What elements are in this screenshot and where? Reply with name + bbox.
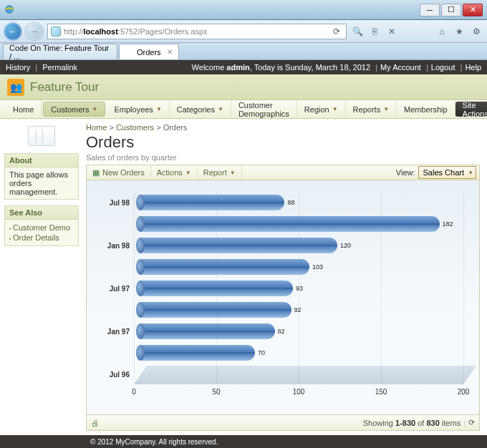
nav-tab-home[interactable]: Home — [6, 100, 42, 118]
actions-label: Actions — [157, 168, 183, 177]
site-actions-label: Site Actions — [463, 101, 487, 118]
x-tick-label: 200 — [458, 388, 470, 396]
actions-button[interactable]: Actions▼ — [151, 165, 198, 180]
about-panel: About This page allows orders management… — [4, 153, 79, 200]
nav-tab-label: Reports — [353, 105, 381, 114]
app-topbar: History | Permalink Welcome admin, Today… — [0, 60, 487, 74]
nav-tab-reports[interactable]: Reports▼ — [346, 100, 397, 118]
brand-logo: 👥 — [7, 79, 24, 96]
print-icon[interactable]: 🖨 — [91, 419, 99, 427]
browser-tab[interactable]: Orders ✕ — [119, 44, 179, 59]
x-gridline — [463, 190, 464, 384]
nav-tab-categories[interactable]: Categories▼ — [170, 100, 231, 118]
refresh-grid-icon[interactable]: ⟳ — [468, 418, 475, 427]
sidebar: About This page allows orders management… — [0, 119, 83, 435]
url-rest: :5752/Pages/Orders.aspx — [118, 27, 208, 36]
nav-tab-label: Membership — [404, 105, 448, 114]
tools-icon[interactable]: ⚙ — [470, 25, 483, 38]
nav-tab-label: Region — [304, 105, 329, 114]
browser-titlebar: ─ ☐ ✕ — [0, 0, 487, 20]
bar-value-label: 82 — [278, 328, 285, 335]
seealso-panel: See Also Customer DemoOrder Details — [4, 205, 79, 246]
history-link[interactable]: History — [6, 63, 30, 72]
browser-toolbar: ← → http://localhost:5752/Pages/Orders.a… — [0, 20, 487, 43]
chart-bar: 182 — [140, 216, 440, 232]
logout-link[interactable]: Logout — [431, 63, 455, 72]
tab-close[interactable]: ✕ — [167, 48, 173, 56]
url-host: localhost — [84, 27, 118, 36]
page-subtitle: Sales of orders by quarter — [86, 153, 480, 162]
new-orders-button[interactable]: ▦ New Orders — [87, 165, 151, 180]
search-icon[interactable]: 🔍 — [351, 25, 364, 38]
url-protocol: http:// — [64, 27, 84, 36]
back-button[interactable]: ← — [4, 23, 21, 40]
page-icon — [28, 126, 55, 146]
footer-bar: © 2012 MyCompany. All rights reserved. — [0, 435, 487, 448]
cross-icon[interactable]: ✕ — [385, 25, 398, 38]
page-title: Orders — [86, 133, 480, 152]
add-icon: ▦ — [92, 168, 100, 177]
y-tick-label: Jul 97 — [110, 285, 130, 293]
seealso-link[interactable]: Order Details — [9, 233, 74, 243]
nav-tab-label: Home — [13, 105, 34, 114]
brand-title: Feature Tour — [30, 80, 99, 94]
chart-bar: 70 — [140, 345, 255, 361]
favorites-icon[interactable]: ★ — [453, 25, 466, 38]
nav-tab-label: Customer Demographics — [238, 101, 289, 118]
nav-tabs: HomeCustomers▼Employees▼Categories▼Custo… — [0, 100, 487, 119]
window-minimize[interactable]: ─ — [420, 4, 440, 16]
address-bar[interactable]: http://localhost:5752/Pages/Orders.aspx … — [47, 24, 347, 39]
view-select-value: Sales Chart — [423, 168, 464, 177]
help-link[interactable]: Help — [465, 63, 481, 72]
nav-tab-membership[interactable]: Membership — [397, 100, 455, 118]
breadcrumb-current: Orders — [163, 123, 188, 132]
nav-tab-customer-demographics[interactable]: Customer Demographics — [231, 100, 297, 118]
forward-button[interactable]: → — [26, 23, 43, 40]
copyright: © 2012 MyCompany. All rights reserved. — [90, 438, 218, 446]
grid-toolbar: ▦ New Orders Actions▼ Report▼ View: Sale… — [86, 165, 480, 180]
chevron-down-icon: ▼ — [156, 106, 162, 112]
browser-tab[interactable]: Code On Time: Feature Tour / ... — [3, 44, 117, 59]
showing-text: Showing 1-830 of 830 items — [363, 419, 461, 427]
bar-value-label: 120 — [340, 242, 351, 249]
welcome-text: Welcome admin, Today is Sunday, March 18… — [192, 63, 481, 72]
bar-value-label: 70 — [258, 349, 265, 356]
seealso-link[interactable]: Customer Demo — [9, 223, 74, 233]
window-maximize[interactable]: ☐ — [441, 4, 461, 16]
x-tick-label: 0 — [132, 388, 136, 396]
breadcrumb: Home > Customers > Orders — [86, 123, 480, 132]
nav-tab-region[interactable]: Region▼ — [297, 100, 346, 118]
breadcrumb-home[interactable]: Home — [86, 123, 107, 132]
y-tick-label: Jul 98 — [110, 199, 130, 207]
new-orders-label: New Orders — [102, 168, 145, 177]
report-button[interactable]: Report▼ — [198, 165, 242, 180]
y-tick-label: Jul 96 — [110, 371, 130, 379]
tab-favicon — [125, 48, 134, 57]
tab-label: Code On Time: Feature Tour / ... — [9, 44, 111, 61]
main-column: Home > Customers > Orders Orders Sales o… — [83, 119, 487, 435]
my-account-link[interactable]: My Account — [380, 63, 421, 72]
nav-tab-label: Employees — [114, 105, 153, 114]
nav-tab-employees[interactable]: Employees▼ — [107, 100, 169, 118]
rip-icon[interactable]: ⎘ — [368, 25, 381, 38]
chart-floor — [134, 366, 476, 384]
chart-bar: 103 — [140, 259, 309, 275]
view-select[interactable]: Sales Chart — [418, 166, 476, 179]
report-label: Report — [203, 168, 227, 177]
permalink-link[interactable]: Permalink — [42, 63, 77, 72]
y-tick-label: Jan 98 — [107, 242, 130, 250]
tab-label: Orders — [137, 48, 161, 57]
site-actions-button[interactable]: Site Actions▼ — [455, 102, 487, 117]
sep: | — [35, 63, 37, 72]
about-body: This page allows orders management. — [5, 167, 78, 199]
current-user: admin — [226, 63, 249, 72]
refresh-icon[interactable]: ⟳ — [330, 25, 343, 38]
window-close[interactable]: ✕ — [463, 4, 483, 16]
bar-value-label: 92 — [294, 306, 302, 313]
breadcrumb-customers[interactable]: Customers — [116, 123, 154, 132]
x-gridline — [134, 190, 135, 384]
x-tick-label: 150 — [375, 388, 387, 396]
ie-icon — [51, 26, 61, 36]
home-icon[interactable]: ⌂ — [435, 25, 448, 38]
nav-tab-customers[interactable]: Customers▼ — [43, 102, 105, 117]
